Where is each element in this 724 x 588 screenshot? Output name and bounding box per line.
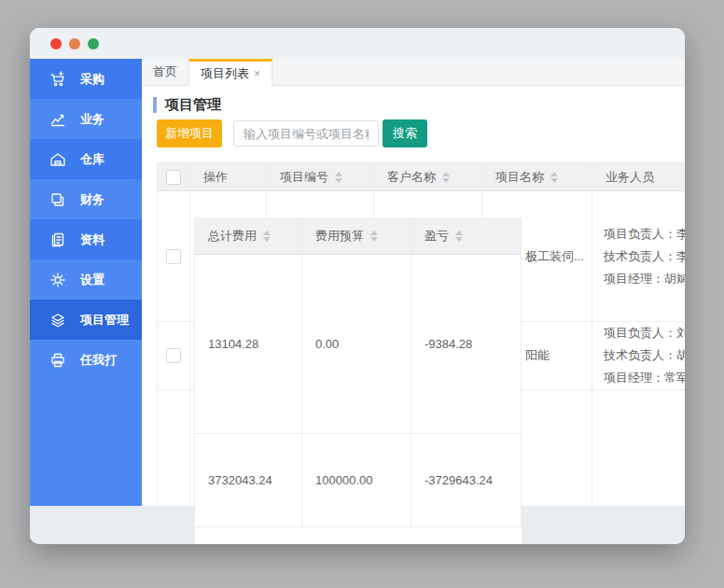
cost-columns-panel: 总计费用 费用预算 盈亏 13104.28 0.00 -9384.28 3732…: [194, 217, 522, 544]
finance-icon: [49, 191, 66, 208]
col-header-total-cost[interactable]: 总计费用: [195, 217, 302, 255]
title-accent-bar: [153, 97, 157, 113]
sort-caret-icon: [263, 231, 271, 242]
select-all-checkbox[interactable]: [166, 170, 181, 185]
row-checkbox[interactable]: [166, 348, 181, 363]
sort-caret-icon: [550, 172, 558, 183]
sidebar-item-label: 仓库: [80, 151, 104, 168]
tab-label: 项目列表: [201, 65, 249, 82]
col-header-project-number[interactable]: 项目编号: [267, 163, 374, 191]
app-window: 采购 业务 仓库: [30, 28, 685, 544]
sidebar-item-data[interactable]: 资料: [30, 219, 142, 259]
col-header-operation: 操作: [190, 163, 267, 191]
sidebar: 采购 业务 仓库: [30, 59, 142, 506]
sidebar-item-purchase[interactable]: 采购: [30, 59, 142, 99]
col-header-customer-name[interactable]: 客户名称: [374, 163, 482, 191]
total-cost-value: 13104.28: [195, 255, 302, 434]
sidebar-item-label: 设置: [80, 272, 104, 288]
tab-bar: 首页 项目列表 ×: [142, 59, 685, 86]
close-window-button[interactable]: [50, 38, 62, 49]
tab-project-list[interactable]: 项目列表 ×: [188, 59, 272, 86]
minimize-window-button[interactable]: [69, 38, 80, 49]
close-tab-icon[interactable]: ×: [254, 68, 260, 79]
profit-loss-value: -3729643.24: [411, 434, 522, 527]
sidebar-item-renwoda[interactable]: 任我打: [30, 340, 142, 380]
gear-icon: [49, 272, 66, 288]
sidebar-item-warehouse[interactable]: 仓库: [30, 139, 142, 179]
printer-icon: [49, 352, 66, 369]
tab-home[interactable]: 首页: [142, 59, 188, 85]
window-titlebar: [30, 28, 685, 59]
total-cost-value: 3732043.24: [195, 434, 302, 527]
sort-caret-icon: [442, 172, 450, 183]
row-checkbox[interactable]: [166, 249, 181, 264]
col-header-budget[interactable]: 费用预算: [302, 217, 411, 255]
cost-panel-row: 13104.28 0.00 -9384.28: [195, 255, 522, 434]
chart-icon: [49, 111, 66, 128]
cost-panel-header-row: 总计费用 费用预算 盈亏: [195, 217, 522, 255]
budget-value: 100000.00: [302, 434, 411, 527]
sidebar-item-project-management[interactable]: 项目管理: [30, 300, 142, 340]
search-button[interactable]: 搜索: [383, 119, 427, 147]
sidebar-item-label: 资料: [80, 231, 104, 248]
add-project-button[interactable]: 新增项目: [157, 119, 222, 147]
sort-caret-icon: [370, 231, 378, 242]
tab-label: 首页: [153, 63, 177, 80]
layers-icon: [49, 312, 66, 329]
staff-cell: 项目负责人：刘帅 技术负责人：胡瑞 项目经理：常军: [592, 322, 685, 390]
search-input[interactable]: [233, 120, 379, 147]
sort-caret-icon: [455, 231, 463, 242]
sidebar-item-business[interactable]: 业务: [30, 99, 142, 139]
sidebar-item-settings[interactable]: 设置: [30, 259, 142, 300]
page-title: 项目管理: [165, 96, 221, 114]
col-header-project-name[interactable]: 项目名称: [482, 163, 592, 191]
sidebar-item-label: 采购: [80, 71, 104, 88]
documents-icon: [49, 231, 66, 248]
sidebar-item-finance[interactable]: 财务: [30, 179, 142, 219]
toolbar: 新增项目 搜索: [157, 119, 685, 147]
col-header-staff: 业务人员: [592, 163, 685, 191]
select-all-cell: [158, 163, 190, 191]
sidebar-item-label: 项目管理: [80, 312, 129, 329]
table-header-row: 操作 项目编号 客户名称 项目名称: [158, 163, 685, 191]
cost-panel-row: 3732043.24 100000.00 -3729643.24: [195, 434, 522, 527]
maximize-window-button[interactable]: [88, 38, 99, 49]
budget-value: 0.00: [302, 255, 411, 434]
profit-loss-value: -9384.28: [411, 255, 522, 434]
desktop-background: 采购 业务 仓库: [0, 0, 724, 588]
sidebar-item-label: 业务: [80, 111, 104, 128]
sidebar-item-label: 任我打: [80, 352, 117, 369]
sidebar-item-label: 财务: [80, 191, 104, 208]
col-header-profit-loss[interactable]: 盈亏: [411, 217, 522, 255]
cart-icon: [49, 71, 66, 88]
sort-caret-icon: [335, 172, 342, 183]
staff-cell: 项目负责人：李永 技术负责人：李生 项目经理：胡斌: [592, 191, 685, 322]
warehouse-icon: [49, 151, 66, 168]
